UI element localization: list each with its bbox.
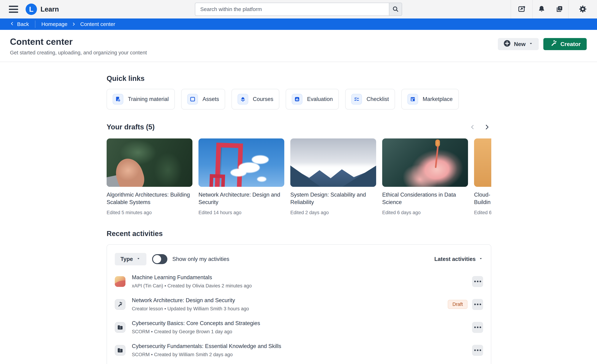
activity-text: Machine Learning Fundamentals xAPI (Tin … — [132, 274, 252, 289]
activity-list: Machine Learning Fundamentals xAPI (Tin … — [115, 274, 483, 357]
training-material-icon — [113, 94, 123, 104]
breadcrumb-homepage[interactable]: Homepage — [41, 21, 68, 27]
draft-card[interactable]: System Design: Scalability and Reliabili… — [290, 138, 376, 215]
new-button-label: New — [514, 41, 526, 47]
recent-activities-card: Type Show only my activities Latest acti… — [107, 244, 491, 364]
creator-button[interactable]: Creator — [543, 38, 587, 50]
menu-hamburger-icon[interactable] — [9, 6, 18, 13]
quick-links-title: Quick links — [107, 74, 491, 82]
chevron-down-icon — [528, 41, 533, 47]
activity-text: Cybersecurity Basics: Core Concepts and … — [132, 320, 260, 334]
notifications-button[interactable] — [533, 0, 550, 18]
scorm-folder-icon — [115, 322, 126, 333]
draft-edited: Edited 6 — [474, 210, 491, 215]
quick-link-checklist[interactable]: Checklist — [345, 89, 395, 110]
settings-button[interactable] — [569, 0, 597, 18]
draft-card[interactable]: Network Architecture: Design and Securit… — [198, 138, 284, 215]
draft-card[interactable]: Algorithmic Architectures: Building Scal… — [107, 138, 192, 215]
svg-text:?: ? — [559, 7, 561, 10]
quick-link-label: Evaluation — [307, 96, 333, 102]
more-options-button[interactable] — [472, 322, 483, 333]
marketplace-icon — [408, 94, 418, 104]
top-bar: L Learn — [0, 0, 597, 18]
scorm-folder-icon — [115, 345, 126, 356]
quick-link-evaluation[interactable]: Evaluation — [286, 89, 339, 110]
magic-wand-icon — [115, 299, 126, 310]
draft-thumbnail-mountains — [290, 138, 376, 187]
activity-row[interactable]: Machine Learning Fundamentals xAPI (Tin … — [115, 274, 483, 289]
back-button[interactable]: Back — [10, 21, 29, 27]
recent-activities-controls: Type Show only my activities Latest acti… — [115, 253, 483, 265]
help-button[interactable]: ? — [550, 0, 568, 18]
carousel-next-button[interactable] — [483, 124, 490, 130]
more-options-button[interactable] — [472, 299, 483, 310]
activity-meta: SCORM • Created by George Brown 1 day ag… — [132, 329, 260, 334]
activity-actions — [472, 345, 483, 356]
quick-link-label: Assets — [203, 96, 219, 102]
draft-edited: Edited 5 minutes ago — [107, 210, 192, 215]
drafts-carousel: Algorithmic Architectures: Building Scal… — [107, 138, 491, 215]
top-bar-actions: ? — [511, 0, 597, 18]
activity-row[interactable]: Cybersecurity Fundamentals: Essential Kn… — [115, 343, 483, 357]
show-only-my-activities-toggle[interactable] — [152, 254, 167, 264]
draft-thumbnail-hibiscus — [382, 138, 468, 187]
quick-link-assets[interactable]: Assets — [181, 89, 225, 110]
new-button[interactable]: New — [498, 38, 539, 50]
app-name: Learn — [40, 6, 59, 13]
search-icon — [392, 6, 399, 13]
quick-link-label: Training material — [128, 96, 169, 102]
activity-title[interactable]: Cybersecurity Fundamentals: Essential Kn… — [132, 343, 281, 349]
main-content: Quick links Training material Assets — [107, 74, 491, 364]
quick-link-marketplace[interactable]: Marketplace — [401, 89, 459, 110]
more-options-button[interactable] — [472, 276, 483, 287]
chevron-down-icon — [479, 256, 483, 262]
search-button[interactable] — [389, 3, 402, 16]
app-logo[interactable]: L Learn — [26, 4, 59, 15]
breadcrumb-current: Content center — [80, 21, 115, 27]
type-filter-button[interactable]: Type — [115, 253, 146, 265]
search-input[interactable] — [195, 3, 389, 16]
quick-link-courses[interactable]: Courses — [232, 89, 279, 110]
activity-title[interactable]: Cybersecurity Basics: Core Concepts and … — [132, 320, 260, 326]
draft-thumbnail-orange — [474, 138, 491, 187]
draft-title: Algorithmic Architectures: Building Scal… — [107, 191, 192, 206]
open-in-new-button[interactable] — [511, 0, 532, 18]
activity-text: Cybersecurity Fundamentals: Essential Kn… — [132, 343, 281, 357]
more-options-button[interactable] — [472, 345, 483, 356]
draft-title: Network Architecture: Design and Securit… — [198, 191, 284, 206]
drafts-header: Your drafts (5) — [107, 123, 491, 131]
settings-gear-icon — [579, 5, 587, 14]
quick-link-label: Marketplace — [423, 96, 453, 102]
drafts-title: Your drafts (5) — [107, 123, 155, 131]
course-thumbnail-warm — [115, 276, 126, 287]
page-subtitle: Get started creating, uploading, and org… — [10, 50, 597, 56]
evaluation-icon — [292, 94, 302, 104]
draft-title: Cloud- Buildin — [474, 191, 491, 206]
draft-thumbnail-red-arch — [198, 138, 284, 187]
divider — [35, 20, 35, 28]
creator-button-label: Creator — [560, 41, 581, 47]
type-filter-label: Type — [120, 256, 133, 262]
page-header: Content center Get started creating, upl… — [0, 30, 597, 62]
carousel-controls — [470, 124, 490, 130]
carousel-prev-button[interactable] — [470, 124, 476, 130]
draft-title: Ethical Considerations in Data Science — [382, 191, 468, 206]
magic-wand-icon — [549, 40, 557, 49]
activity-title[interactable]: Machine Learning Fundamentals — [132, 274, 252, 281]
chevron-down-icon — [136, 256, 141, 262]
activity-title[interactable]: Network Architecture: Design and Securit… — [132, 297, 249, 304]
draft-title: System Design: Scalability and Reliabili… — [290, 191, 376, 206]
activity-actions — [472, 322, 483, 333]
draft-card-partial[interactable]: Cloud- Buildin Edited 6 — [474, 138, 491, 215]
activity-text: Network Architecture: Design and Securit… — [132, 297, 249, 312]
activity-meta: xAPI (Tin Can) • Created by Olivia Davie… — [132, 283, 252, 289]
quick-link-training-material[interactable]: Training material — [107, 89, 175, 110]
activity-row[interactable]: Network Architecture: Design and Securit… — [115, 297, 483, 312]
sort-dropdown[interactable]: Latest activities — [434, 256, 483, 262]
plus-circle-icon — [503, 40, 511, 49]
notifications-bell-icon — [537, 5, 546, 14]
quick-link-label: Courses — [253, 96, 273, 102]
draft-card[interactable]: Ethical Considerations in Data Science E… — [382, 138, 468, 215]
activity-meta: Creator lesson • Updated by William Smit… — [132, 306, 249, 312]
activity-row[interactable]: Cybersecurity Basics: Core Concepts and … — [115, 320, 483, 334]
